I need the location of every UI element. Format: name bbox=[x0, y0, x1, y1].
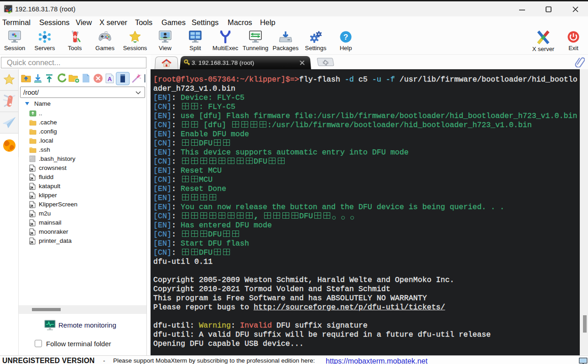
svg-text:A: A bbox=[108, 76, 112, 82]
svg-text:?: ? bbox=[343, 33, 348, 41]
